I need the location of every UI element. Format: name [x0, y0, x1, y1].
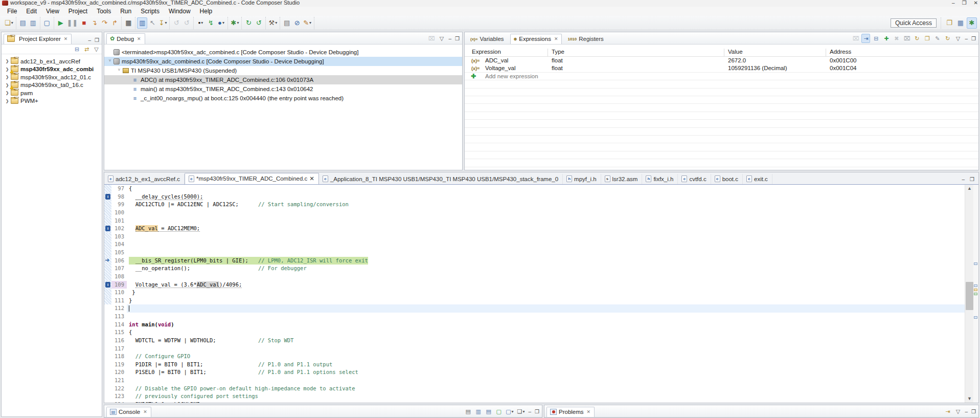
- expand-icon[interactable]: ❯: [4, 91, 11, 95]
- collapse-icon[interactable]: ⱽ: [106, 59, 113, 64]
- menu-project[interactable]: Project: [64, 7, 92, 15]
- code-text[interactable]: ADC12CTL0 |= ADC12ENC | ADC12SC; // Star…: [127, 201, 965, 209]
- expand-icon[interactable]: ❯: [4, 75, 11, 79]
- annotation-ruler[interactable]: [104, 353, 111, 361]
- add-expression-icon[interactable]: ✚: [882, 34, 891, 43]
- memory-browser-icon[interactable]: ▥: [137, 17, 147, 29]
- code-text[interactable]: {: [127, 328, 965, 337]
- build-icon[interactable]: ⚒▾: [267, 17, 278, 29]
- code-text[interactable]: P1SEL0 |= BIT0 | BIT1; // P1.0 and P1.1 …: [127, 368, 965, 377]
- overview-mark-blue[interactable]: [974, 262, 977, 265]
- maximize-view-icon[interactable]: ❐: [94, 37, 100, 43]
- view-menu-icon[interactable]: ▽: [953, 34, 962, 43]
- menu-scripts[interactable]: Scripts: [136, 7, 164, 15]
- minimize-editor-icon[interactable]: ‒: [961, 177, 966, 182]
- tree-layout-icon[interactable]: ⇥: [861, 34, 870, 43]
- code-line-97[interactable]: 97{: [104, 185, 978, 193]
- code-line-118[interactable]: 118 // Configure GPIO: [104, 353, 978, 361]
- annotation-ruler[interactable]: i: [104, 281, 111, 289]
- step-over-icon[interactable]: ↷: [99, 17, 109, 29]
- overview-mark-blue[interactable]: [974, 316, 977, 319]
- annotation-ruler[interactable]: [104, 321, 111, 329]
- minimize-view-icon[interactable]: ‒: [87, 37, 92, 43]
- core-icon[interactable]: ▪▾: [195, 17, 206, 29]
- annotation-ruler[interactable]: [104, 392, 111, 401]
- code-line-104[interactable]: 104: [104, 240, 978, 249]
- code-text[interactable]: int main(void): [127, 321, 965, 329]
- code-text[interactable]: // Configure GPIO: [127, 353, 965, 361]
- line-number[interactable]: 116: [111, 337, 127, 345]
- menu-window[interactable]: Window: [165, 7, 195, 15]
- expression-row-Voltage_val[interactable]: (x)=Voltage_valfloat1059291136 (Decimal)…: [465, 64, 978, 72]
- open-log-icon[interactable]: ▤: [464, 407, 472, 416]
- debug-tree-row[interactable]: ≡ADC() at msp430fr59xx_TIMER_ADC_Combine…: [104, 75, 462, 84]
- code-line-108[interactable]: 108: [104, 273, 978, 281]
- close-icon[interactable]: ✕: [64, 36, 68, 41]
- remove-expression-icon[interactable]: ✖: [892, 34, 901, 43]
- quick-access-button[interactable]: Quick Access: [891, 18, 937, 28]
- ccs-edit-perspective-icon[interactable]: ▦: [955, 17, 966, 29]
- ccs-debug-perspective-icon[interactable]: ✱: [967, 17, 977, 29]
- maximize-view-icon[interactable]: ❐: [970, 36, 977, 41]
- code-line-115[interactable]: 115{: [104, 328, 978, 337]
- line-number[interactable]: 118: [111, 353, 127, 361]
- show-type-names-icon[interactable]: ⌧: [851, 34, 860, 43]
- code-text[interactable]: [127, 209, 965, 217]
- link-with-editor-icon[interactable]: ⇄: [82, 45, 91, 54]
- scroll-down-icon[interactable]: ▼: [965, 395, 974, 403]
- open-console-icon[interactable]: ❏▾: [516, 407, 526, 416]
- menu-tools[interactable]: Tools: [93, 7, 115, 15]
- editor-tab[interactable]: c*msp430fr59xx_TIMER_ADC_Combined.c✕: [185, 173, 319, 184]
- collapse-all-icon[interactable]: ⊟: [872, 34, 880, 43]
- code-text[interactable]: Voltage_val = (3.6*ADC_val)/4096;: [127, 281, 965, 289]
- annotation-ruler[interactable]: [104, 313, 111, 321]
- scrollbar-thumb[interactable]: [966, 282, 973, 310]
- line-number[interactable]: 99: [111, 201, 127, 209]
- maximize-window-button[interactable]: ❐: [962, 0, 967, 6]
- editor-tab[interactable]: hfixfx_i.h: [642, 174, 678, 184]
- line-number[interactable]: 111: [111, 297, 127, 305]
- step-back-icon[interactable]: ↺: [254, 17, 264, 29]
- annotation-ruler[interactable]: i: [104, 193, 111, 201]
- code-line-119[interactable]: 119 P1DIR |= BIT0 | BIT1; // P1.0 and P1…: [104, 361, 978, 369]
- debug-tree-row[interactable]: ≡main() at msp430fr59xx_TIMER_ADC_Combin…: [104, 84, 462, 94]
- close-icon[interactable]: ✕: [309, 175, 314, 182]
- expression-row-ADC_val[interactable]: (x)=ADC_valfloat2672.00x001C00: [465, 57, 978, 64]
- code-text[interactable]: ADC_val = ADC12MEM0;: [127, 225, 965, 233]
- close-window-button[interactable]: ✕: [974, 0, 978, 6]
- tab-console[interactable]: ▤ Console ✕: [106, 407, 151, 417]
- line-number[interactable]: 121: [111, 377, 127, 385]
- menu-help[interactable]: Help: [196, 7, 217, 15]
- scroll-up-icon[interactable]: ▲: [965, 185, 974, 192]
- editor-vertical-scrollbar[interactable]: ▲ ▼: [965, 185, 973, 403]
- annotation-ruler[interactable]: [104, 368, 111, 377]
- line-number[interactable]: 117: [111, 345, 127, 353]
- debug-tree-row[interactable]: <terminated>msp430fr59xx_adc_combined.c …: [104, 48, 462, 57]
- line-number[interactable]: 102: [111, 225, 127, 233]
- line-number[interactable]: 112: [111, 304, 127, 313]
- code-text[interactable]: __delay_cycles(5000);: [127, 193, 965, 201]
- annotation-ruler[interactable]: [104, 345, 111, 353]
- line-number[interactable]: 119: [111, 361, 127, 369]
- view-menu-icon[interactable]: ▽: [437, 34, 446, 43]
- expand-icon[interactable]: ❯: [4, 99, 11, 103]
- code-text[interactable]: __bis_SR_register(LPM0_bits | GIE); // L…: [127, 257, 965, 265]
- annotation-ruler[interactable]: [104, 377, 111, 385]
- line-number[interactable]: 97: [111, 185, 127, 193]
- code-text[interactable]: }: [127, 289, 965, 297]
- code-line-100[interactable]: 100: [104, 209, 978, 217]
- code-line-103[interactable]: 103: [104, 233, 978, 241]
- maximize-view-icon[interactable]: ❐: [534, 409, 540, 414]
- line-number[interactable]: 114: [111, 321, 127, 329]
- code-line-106[interactable]: ➜106 __bis_SR_register(LPM0_bits | GIE);…: [104, 257, 978, 265]
- step-return-icon[interactable]: ↱: [109, 17, 120, 29]
- annotation-ruler[interactable]: [104, 361, 111, 369]
- line-number[interactable]: 103: [111, 233, 127, 241]
- terminate-icon[interactable]: ■: [79, 17, 89, 29]
- restart-icon[interactable]: ↺: [171, 17, 181, 29]
- reorganize-icon[interactable]: ↻: [913, 34, 921, 43]
- step-fwd-icon[interactable]: ↻: [243, 17, 254, 29]
- word-wrap-icon[interactable]: ▤: [484, 407, 493, 416]
- line-number[interactable]: 115: [111, 328, 127, 337]
- debug-tree-row[interactable]: ≡_c_int00_noargs_mpu() at boot.c:125 0x0…: [104, 94, 462, 103]
